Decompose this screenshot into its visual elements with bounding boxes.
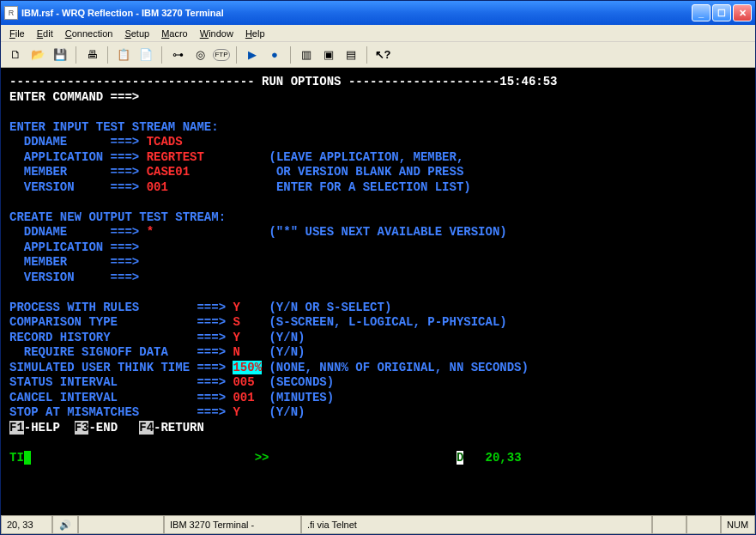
record-history-label: RECORD HISTORY ===> [9,331,233,344]
menu-file[interactable]: File [4,27,30,40]
f1-key[interactable]: F1 [9,421,24,435]
play-icon[interactable]: ▶ [243,46,262,64]
cancel-interval-label: CANCEL INTERVAL ===> [9,391,233,404]
close-button[interactable]: ✕ [733,4,752,21]
clock: 15:46:53 [499,75,557,88]
help-icon[interactable]: ↖? [373,46,392,64]
out-ddname-label: DDNAME ===> [9,225,147,239]
sound-icon: 🔊 [52,516,78,534]
member-label: MEMBER ===> [9,165,147,179]
status-connection: .fi via Telnet [301,516,652,534]
menu-setup[interactable]: Setup [119,27,154,40]
copy-icon[interactable]: 📋 [114,46,133,64]
status-blank3 [686,516,721,534]
out-app-label: APPLICATION ===> [9,240,139,254]
comparison-hint: (S-SCREEN, L-LOGICAL, P-PHYSICAL) [269,315,506,329]
oia-ti: TI [9,451,24,465]
member-hint: OR VERSION BLANK AND PRESS [269,165,463,179]
signoff-label: REQUIRE SIGNOFF DATA ===> [9,345,233,359]
think-time-hint: (NONE, NNN% OF ORIGINAL, NN SECONDS) [269,361,528,374]
separator [290,46,291,64]
out-ver-label: VERSION ===> [9,271,139,284]
comparison-field[interactable]: S [233,315,239,329]
f3-label: -END [88,421,139,435]
process-rules-field[interactable]: Y [233,301,239,314]
command-prompt: ENTER COMMAND ===> [9,90,139,104]
titlebar-buttons: _ ☐ ✕ [692,4,752,21]
f4-key[interactable]: F4 [139,421,154,435]
maximize-button[interactable]: ☐ [712,4,731,21]
status-interval-hint: (SECONDS) [269,375,334,389]
out-ddname-hint: ("*" USES NEXT AVAILABLE VERSION) [269,225,506,239]
status-interval-label: STATUS INTERVAL ===> [9,375,233,389]
record-history-hint: (Y/N) [269,331,305,344]
f4-label: -RETURN [154,421,204,435]
app-window: R IBM.rsf - WRQ Reflection - IBM 3270 Te… [0,0,756,535]
status-blank2 [652,516,686,534]
comparison-label: COMPARISON TYPE ===> [9,315,233,329]
status-interval-field[interactable]: 005 [233,375,254,389]
signoff-field[interactable]: N [233,345,239,359]
screen3-icon[interactable]: ▤ [342,46,360,64]
ftp-icon[interactable]: FTP [213,49,230,61]
think-time-label: SIMULATED USER THINK TIME ===> [9,361,233,374]
screen1-icon[interactable]: ▥ [297,46,316,64]
stop-mismatch-hint: (Y/N) [269,405,305,419]
print-icon[interactable]: 🖶 [82,46,101,64]
status-emulation: IBM 3270 Terminal - [164,516,301,534]
think-time-field[interactable]: 150% [233,361,262,374]
separator [107,46,108,64]
cancel-interval-hint: (MINUTES) [269,391,334,404]
status-blank1 [78,516,164,534]
application-field[interactable]: REGRTEST [147,150,204,164]
application-label: APPLICATION ===> [9,150,147,164]
signoff-hint: (Y/N) [269,345,305,359]
f3-key[interactable]: F3 [75,421,89,435]
stop-mismatch-field[interactable]: Y [233,405,239,419]
menu-help[interactable]: Help [240,27,270,40]
menu-window[interactable]: Window [195,27,239,40]
cursor [24,451,31,465]
record-icon[interactable]: ● [265,46,284,64]
screen-title: RUN OPTIONS [255,75,348,88]
version-field[interactable]: 001 [147,180,168,194]
open-icon[interactable]: 📂 [28,46,47,64]
output-section-header: CREATE NEW OUTPUT TEST STREAM: [9,210,226,224]
version-hint: ENTER FOR A SELECTION LIST) [269,180,470,194]
input-section-header: ENTER INPUT TEST STREAM NAME: [9,120,219,134]
app-icon: R [4,6,18,20]
connect-icon[interactable]: ⊶ [168,46,187,64]
rule-line: ---------------------------------- [9,75,255,88]
menu-edit[interactable]: Edit [32,27,58,40]
minimize-button[interactable]: _ [692,4,711,21]
menu-macro[interactable]: Macro [156,27,193,40]
rule-line: --------------------- [348,75,499,88]
stop-mismatch-label: STOP AT MISMATCHES ===> [9,405,233,419]
out-mem-label: MEMBER ===> [9,255,139,269]
save-icon[interactable]: 💾 [51,46,70,64]
oia-symbol: >> [255,451,269,465]
ddname-label: DDNAME ===> [9,135,147,149]
web-icon[interactable]: ◎ [191,46,209,64]
app-hint: (LEAVE APPLICATION, MEMBER, [269,150,463,164]
statusbar: 20, 33 🔊 IBM 3270 Terminal - .fi via Tel… [1,515,755,534]
f1-label: -HELP [24,421,75,435]
separator [161,46,162,64]
titlebar: R IBM.rsf - WRQ Reflection - IBM 3270 Te… [1,1,755,25]
title-text: IBM.rsf - WRQ Reflection - IBM 3270 Term… [21,8,692,18]
out-ddname-field[interactable]: * [147,225,154,239]
menu-connection[interactable]: Connection [60,27,118,40]
new-icon[interactable]: 🗋 [6,46,25,64]
cancel-interval-field[interactable]: 001 [233,391,254,404]
member-field[interactable]: CASE01 [147,165,190,179]
record-history-field[interactable]: Y [233,331,239,344]
separator [366,46,367,64]
ddname-field[interactable]: TCADS [147,135,183,149]
terminal-screen[interactable]: ---------------------------------- RUN O… [1,68,755,515]
paste-icon[interactable]: 📄 [136,46,155,64]
process-rules-label: PROCESS WITH RULES ===> [9,301,233,314]
menubar: File Edit Connection Setup Macro Window … [1,25,755,42]
process-rules-hint: (Y/N OR S-SELECT) [269,301,391,314]
screen2-icon[interactable]: ▣ [319,46,338,64]
separator [76,46,76,64]
